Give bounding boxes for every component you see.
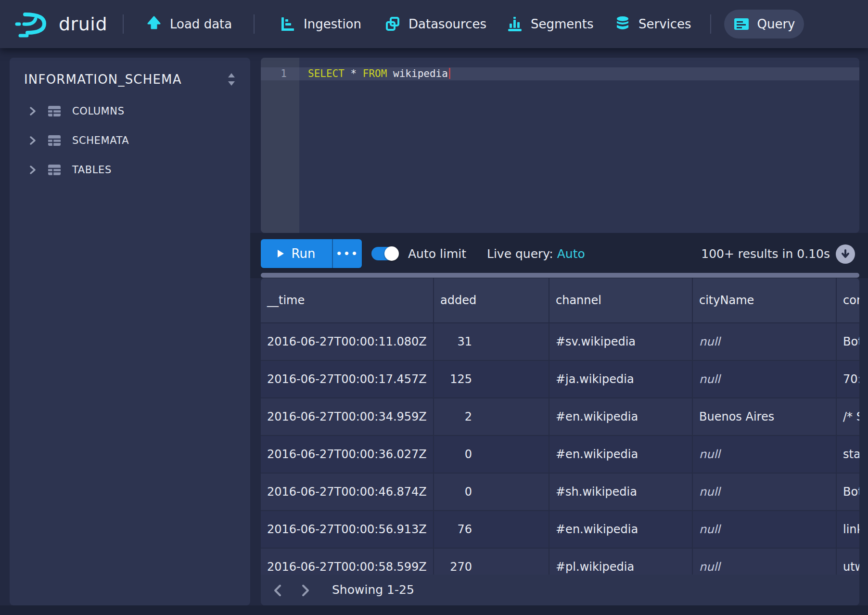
- results-summary: 100+ results in 0.10s: [701, 247, 830, 261]
- column-header-added[interactable]: added: [434, 278, 549, 322]
- ingestion-icon: [279, 15, 296, 33]
- table-cell: /* S: [837, 398, 859, 435]
- table-cell: #en.wikipedia: [549, 511, 693, 548]
- table-grid-icon: [47, 163, 62, 177]
- download-results-button[interactable]: [836, 244, 855, 264]
- nav-divider: [710, 14, 711, 34]
- nav-item-ingestion[interactable]: Ingestion: [279, 0, 361, 48]
- druid-logo-icon: [14, 10, 52, 38]
- column-header-cityname[interactable]: cityName: [693, 278, 837, 322]
- table-cell: Bot: [837, 323, 859, 360]
- sql-keyword: FROM: [363, 68, 387, 79]
- run-button-label: Run: [292, 246, 316, 261]
- sidebar-item-schemata[interactable]: SCHEMATA: [10, 128, 250, 153]
- live-query-value[interactable]: Auto: [557, 247, 585, 261]
- table-cell: 0: [434, 436, 549, 473]
- table-cell: 2: [434, 398, 549, 435]
- table-cell: null: [693, 436, 837, 473]
- live-query-control: Live query: Auto: [487, 247, 585, 261]
- sidebar-item-tables[interactable]: TABLES: [10, 158, 250, 182]
- table-cell: null: [693, 549, 837, 575]
- druid-logo-link[interactable]: druid: [14, 0, 107, 48]
- table-cell: null: [693, 474, 837, 510]
- line-number: 1: [261, 67, 287, 80]
- table-cell: #sv.wikipedia: [549, 323, 693, 360]
- top-nav-bar: druid Load data Ingestion: [0, 0, 868, 48]
- table-cell: 2016-06-27T00:00:58.599Z: [261, 549, 434, 575]
- chevron-right-icon: [301, 584, 310, 597]
- chevron-right-icon: [30, 136, 37, 145]
- table-cell: 2016-06-27T00:00:56.913Z: [261, 511, 434, 548]
- table-rows: 2016-06-27T00:00:11.080Z31#sv.wikipedian…: [261, 323, 859, 575]
- column-header-time[interactable]: __time: [261, 278, 434, 322]
- table-row: 2016-06-27T00:00:46.874Z0#sh.wikipedianu…: [261, 474, 859, 511]
- table-cell: 270: [434, 549, 549, 575]
- table-cell: Bot: [837, 474, 859, 510]
- nav-item-datasources[interactable]: Datasources: [384, 0, 486, 48]
- table-cell: 0: [434, 474, 549, 510]
- nav-item-segments[interactable]: Segments: [506, 0, 594, 48]
- run-more-button[interactable]: •••: [333, 239, 362, 268]
- schema-title: INFORMATION_SCHEMA: [24, 72, 182, 87]
- table-cell: 31: [434, 323, 549, 360]
- sidebar-item-columns[interactable]: COLUMNS: [10, 99, 250, 123]
- table-cell: 125: [434, 361, 549, 397]
- live-query-label: Live query:: [487, 247, 553, 261]
- run-button[interactable]: Run: [261, 239, 333, 268]
- table-row: 2016-06-27T00:00:36.027Z0#en.wikipedianu…: [261, 436, 859, 474]
- table-cell: #en.wikipedia: [549, 436, 693, 473]
- play-icon: [278, 250, 284, 257]
- schema-selector[interactable]: INFORMATION_SCHEMA: [10, 58, 250, 99]
- results-panel: __time added channel cityName comment 20…: [261, 278, 859, 605]
- next-page-button[interactable]: [297, 581, 314, 600]
- table-cell: link: [837, 511, 859, 548]
- prev-page-button[interactable]: [269, 581, 286, 600]
- column-header-comment[interactable]: comment: [837, 278, 859, 322]
- sidebar-item-label: SCHEMATA: [72, 135, 129, 146]
- nav-item-label: Query: [757, 17, 795, 31]
- sql-star: *: [351, 68, 357, 79]
- table-cell: #ja.wikipedia: [549, 361, 693, 397]
- table-footer: Showing 1-25: [261, 575, 859, 605]
- nav-item-label: Services: [638, 17, 691, 31]
- sql-editor[interactable]: 1 SELECT * FROM wikipedia: [261, 58, 859, 233]
- editor-gutter: [261, 58, 299, 233]
- table-cell: 2016-06-27T00:00:11.080Z: [261, 323, 434, 360]
- nav-item-load-data[interactable]: Load data: [145, 0, 232, 48]
- sql-keyword: SELECT: [308, 68, 345, 79]
- table-cell: 2016-06-27T00:00:36.027Z: [261, 436, 434, 473]
- nav-item-services[interactable]: Services: [614, 0, 691, 48]
- table-cell: 2016-06-27T00:00:46.874Z: [261, 474, 434, 510]
- brand-name: druid: [59, 13, 107, 35]
- query-icon: [733, 15, 750, 33]
- table-row: 2016-06-27T00:00:56.913Z76#en.wikipedian…: [261, 511, 859, 549]
- nav-item-query[interactable]: Query: [724, 10, 804, 38]
- chevron-left-icon: [273, 584, 282, 597]
- table-cell: Buenos Aires: [693, 398, 837, 435]
- run-button-group: Run •••: [261, 239, 362, 268]
- sql-code-line: SELECT * FROM wikipedia: [308, 67, 450, 80]
- sql-table-name: wikipedia: [393, 68, 448, 79]
- auto-limit-toggle[interactable]: [371, 247, 398, 260]
- load-data-icon: [145, 15, 163, 33]
- sidebar-item-label: COLUMNS: [72, 105, 125, 117]
- table-cell: 2016-06-27T00:00:34.959Z: [261, 398, 434, 435]
- table-row: 2016-06-27T00:00:11.080Z31#sv.wikipedian…: [261, 323, 859, 361]
- nav-item-label: Datasources: [408, 17, 486, 31]
- table-cell: stat: [837, 436, 859, 473]
- auto-limit-label: Auto limit: [408, 247, 466, 261]
- sidebar-item-label: TABLES: [72, 164, 112, 176]
- table-cell: 76: [434, 511, 549, 548]
- column-header-channel[interactable]: channel: [549, 278, 693, 322]
- horizontal-scrollbar[interactable]: [261, 273, 859, 278]
- nav-item-label: Load data: [170, 17, 232, 31]
- nav-item-label: Segments: [531, 17, 594, 31]
- services-icon: [614, 15, 631, 33]
- nav-item-label: Ingestion: [304, 17, 361, 31]
- datasources-icon: [384, 15, 401, 33]
- table-grid-icon: [47, 104, 62, 118]
- chevron-right-icon: [30, 166, 37, 174]
- table-row: 2016-06-27T00:00:58.599Z270#pl.wikipedia…: [261, 549, 859, 575]
- table-cell: 2016-06-27T00:00:17.457Z: [261, 361, 434, 397]
- table-cell: null: [693, 511, 837, 548]
